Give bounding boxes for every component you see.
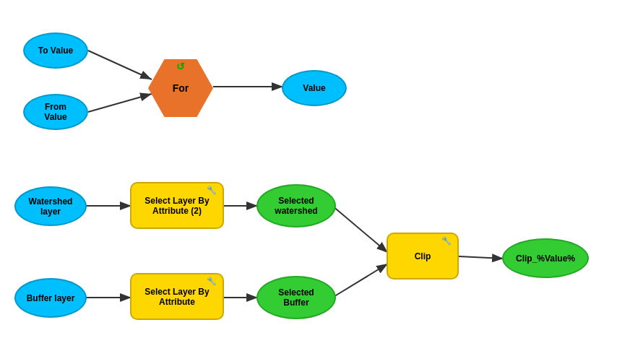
tool-icon-1: 🔧	[207, 186, 217, 195]
selected-watershed-node[interactable]: Selectedwatershed	[256, 184, 336, 228]
clip-value-label: Clip_%Value%	[516, 254, 575, 264]
buffer-layer-label: Buffer layer	[27, 293, 75, 303]
clip-label: Clip	[415, 251, 431, 261]
buffer-layer-node[interactable]: Buffer layer	[14, 278, 87, 318]
svg-line-10	[459, 256, 504, 259]
for-hex-container[interactable]: ↺ For	[148, 59, 213, 117]
svg-line-6	[332, 206, 388, 253]
selected-buffer-node[interactable]: SelectedBuffer	[256, 276, 336, 319]
value-label: Value	[303, 83, 325, 93]
selected-buffer-label: SelectedBuffer	[278, 287, 314, 308]
watershed-layer-label: Watershedlayer	[29, 196, 73, 217]
selected-watershed-label: Selectedwatershed	[275, 196, 317, 216]
svg-line-9	[332, 264, 388, 298]
select-by-attr-label: Select Layer ByAttribute	[144, 287, 209, 307]
svg-line-1	[88, 51, 152, 79]
from-value-label: FromValue	[44, 102, 66, 122]
from-value-node[interactable]: FromValue	[23, 94, 88, 130]
value-node[interactable]: Value	[282, 70, 347, 106]
clip-node[interactable]: 🔧 Clip	[387, 233, 459, 280]
select-by-attr2-node[interactable]: 🔧 Select Layer ByAttribute (2)	[130, 182, 224, 229]
select-by-attr2-label: Select Layer ByAttribute (2)	[144, 196, 209, 216]
select-by-attr-node[interactable]: 🔧 Select Layer ByAttribute	[130, 273, 224, 320]
svg-line-2	[88, 94, 152, 112]
refresh-icon: ↺	[176, 61, 185, 72]
to-value-label: To Value	[38, 46, 73, 56]
tool-icon-3: 🔧	[441, 236, 452, 246]
for-hexagon[interactable]: ↺ For	[148, 59, 213, 117]
to-value-node[interactable]: To Value	[23, 32, 88, 69]
watershed-layer-node[interactable]: Watershedlayer	[14, 186, 87, 226]
clip-value-node[interactable]: Clip_%Value%	[502, 238, 589, 278]
tool-icon-2: 🔧	[207, 277, 217, 286]
for-label: For	[173, 82, 189, 94]
